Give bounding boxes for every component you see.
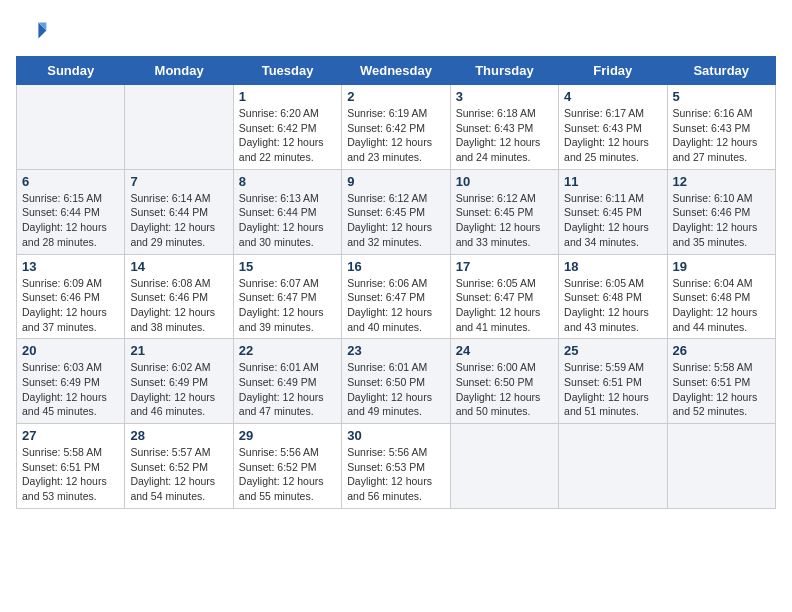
day-number: 2 [347, 89, 444, 104]
day-number: 21 [130, 343, 227, 358]
day-number: 25 [564, 343, 661, 358]
calendar-cell [17, 85, 125, 170]
day-number: 8 [239, 174, 336, 189]
calendar-header-row: SundayMondayTuesdayWednesdayThursdayFrid… [17, 57, 776, 85]
day-number: 7 [130, 174, 227, 189]
day-info: Sunrise: 6:16 AMSunset: 6:43 PMDaylight:… [673, 106, 770, 165]
calendar-cell: 30Sunrise: 5:56 AMSunset: 6:53 PMDayligh… [342, 424, 450, 509]
day-info: Sunrise: 6:01 AMSunset: 6:49 PMDaylight:… [239, 360, 336, 419]
day-number: 11 [564, 174, 661, 189]
calendar-week-row: 13Sunrise: 6:09 AMSunset: 6:46 PMDayligh… [17, 254, 776, 339]
calendar-cell: 23Sunrise: 6:01 AMSunset: 6:50 PMDayligh… [342, 339, 450, 424]
calendar-cell: 26Sunrise: 5:58 AMSunset: 6:51 PMDayligh… [667, 339, 775, 424]
calendar-cell: 15Sunrise: 6:07 AMSunset: 6:47 PMDayligh… [233, 254, 341, 339]
calendar-cell: 5Sunrise: 6:16 AMSunset: 6:43 PMDaylight… [667, 85, 775, 170]
calendar-cell: 27Sunrise: 5:58 AMSunset: 6:51 PMDayligh… [17, 424, 125, 509]
day-info: Sunrise: 6:17 AMSunset: 6:43 PMDaylight:… [564, 106, 661, 165]
day-info: Sunrise: 6:15 AMSunset: 6:44 PMDaylight:… [22, 191, 119, 250]
day-info: Sunrise: 6:02 AMSunset: 6:49 PMDaylight:… [130, 360, 227, 419]
calendar-cell: 28Sunrise: 5:57 AMSunset: 6:52 PMDayligh… [125, 424, 233, 509]
calendar-cell: 9Sunrise: 6:12 AMSunset: 6:45 PMDaylight… [342, 169, 450, 254]
day-info: Sunrise: 6:20 AMSunset: 6:42 PMDaylight:… [239, 106, 336, 165]
day-number: 18 [564, 259, 661, 274]
day-info: Sunrise: 6:01 AMSunset: 6:50 PMDaylight:… [347, 360, 444, 419]
calendar-cell: 24Sunrise: 6:00 AMSunset: 6:50 PMDayligh… [450, 339, 558, 424]
day-header-tuesday: Tuesday [233, 57, 341, 85]
day-header-saturday: Saturday [667, 57, 775, 85]
calendar-cell: 1Sunrise: 6:20 AMSunset: 6:42 PMDaylight… [233, 85, 341, 170]
day-number: 13 [22, 259, 119, 274]
day-number: 28 [130, 428, 227, 443]
calendar-cell: 20Sunrise: 6:03 AMSunset: 6:49 PMDayligh… [17, 339, 125, 424]
day-info: Sunrise: 6:05 AMSunset: 6:48 PMDaylight:… [564, 276, 661, 335]
day-info: Sunrise: 6:04 AMSunset: 6:48 PMDaylight:… [673, 276, 770, 335]
calendar-week-row: 20Sunrise: 6:03 AMSunset: 6:49 PMDayligh… [17, 339, 776, 424]
day-info: Sunrise: 5:56 AMSunset: 6:52 PMDaylight:… [239, 445, 336, 504]
day-info: Sunrise: 6:18 AMSunset: 6:43 PMDaylight:… [456, 106, 553, 165]
calendar-cell: 3Sunrise: 6:18 AMSunset: 6:43 PMDaylight… [450, 85, 558, 170]
day-info: Sunrise: 5:59 AMSunset: 6:51 PMDaylight:… [564, 360, 661, 419]
day-info: Sunrise: 5:58 AMSunset: 6:51 PMDaylight:… [673, 360, 770, 419]
calendar-cell: 10Sunrise: 6:12 AMSunset: 6:45 PMDayligh… [450, 169, 558, 254]
day-header-friday: Friday [559, 57, 667, 85]
day-number: 9 [347, 174, 444, 189]
calendar-cell: 4Sunrise: 6:17 AMSunset: 6:43 PMDaylight… [559, 85, 667, 170]
day-info: Sunrise: 6:12 AMSunset: 6:45 PMDaylight:… [456, 191, 553, 250]
calendar-cell [450, 424, 558, 509]
day-info: Sunrise: 6:12 AMSunset: 6:45 PMDaylight:… [347, 191, 444, 250]
day-number: 29 [239, 428, 336, 443]
day-number: 12 [673, 174, 770, 189]
calendar-cell [125, 85, 233, 170]
calendar-cell: 22Sunrise: 6:01 AMSunset: 6:49 PMDayligh… [233, 339, 341, 424]
calendar-cell: 6Sunrise: 6:15 AMSunset: 6:44 PMDaylight… [17, 169, 125, 254]
day-info: Sunrise: 6:05 AMSunset: 6:47 PMDaylight:… [456, 276, 553, 335]
day-number: 20 [22, 343, 119, 358]
calendar-cell: 2Sunrise: 6:19 AMSunset: 6:42 PMDaylight… [342, 85, 450, 170]
day-info: Sunrise: 6:06 AMSunset: 6:47 PMDaylight:… [347, 276, 444, 335]
day-number: 4 [564, 89, 661, 104]
calendar-week-row: 6Sunrise: 6:15 AMSunset: 6:44 PMDaylight… [17, 169, 776, 254]
calendar-cell: 16Sunrise: 6:06 AMSunset: 6:47 PMDayligh… [342, 254, 450, 339]
day-number: 15 [239, 259, 336, 274]
calendar-cell: 29Sunrise: 5:56 AMSunset: 6:52 PMDayligh… [233, 424, 341, 509]
day-header-wednesday: Wednesday [342, 57, 450, 85]
day-info: Sunrise: 6:08 AMSunset: 6:46 PMDaylight:… [130, 276, 227, 335]
day-number: 6 [22, 174, 119, 189]
calendar-cell: 21Sunrise: 6:02 AMSunset: 6:49 PMDayligh… [125, 339, 233, 424]
day-number: 24 [456, 343, 553, 358]
day-number: 22 [239, 343, 336, 358]
day-number: 17 [456, 259, 553, 274]
day-number: 23 [347, 343, 444, 358]
day-number: 26 [673, 343, 770, 358]
calendar-cell [559, 424, 667, 509]
day-info: Sunrise: 6:03 AMSunset: 6:49 PMDaylight:… [22, 360, 119, 419]
day-number: 30 [347, 428, 444, 443]
day-info: Sunrise: 6:10 AMSunset: 6:46 PMDaylight:… [673, 191, 770, 250]
day-number: 3 [456, 89, 553, 104]
calendar-table: SundayMondayTuesdayWednesdayThursdayFrid… [16, 56, 776, 509]
day-header-thursday: Thursday [450, 57, 558, 85]
calendar-cell: 11Sunrise: 6:11 AMSunset: 6:45 PMDayligh… [559, 169, 667, 254]
day-number: 27 [22, 428, 119, 443]
day-info: Sunrise: 6:19 AMSunset: 6:42 PMDaylight:… [347, 106, 444, 165]
day-number: 19 [673, 259, 770, 274]
day-info: Sunrise: 5:56 AMSunset: 6:53 PMDaylight:… [347, 445, 444, 504]
logo-icon [16, 16, 48, 48]
calendar-cell: 25Sunrise: 5:59 AMSunset: 6:51 PMDayligh… [559, 339, 667, 424]
day-header-monday: Monday [125, 57, 233, 85]
calendar-cell: 8Sunrise: 6:13 AMSunset: 6:44 PMDaylight… [233, 169, 341, 254]
day-info: Sunrise: 5:57 AMSunset: 6:52 PMDaylight:… [130, 445, 227, 504]
calendar-cell: 13Sunrise: 6:09 AMSunset: 6:46 PMDayligh… [17, 254, 125, 339]
calendar-cell: 18Sunrise: 6:05 AMSunset: 6:48 PMDayligh… [559, 254, 667, 339]
header [16, 16, 776, 48]
day-number: 5 [673, 89, 770, 104]
day-info: Sunrise: 6:07 AMSunset: 6:47 PMDaylight:… [239, 276, 336, 335]
calendar-cell: 14Sunrise: 6:08 AMSunset: 6:46 PMDayligh… [125, 254, 233, 339]
logo [16, 16, 52, 48]
day-number: 10 [456, 174, 553, 189]
day-info: Sunrise: 6:14 AMSunset: 6:44 PMDaylight:… [130, 191, 227, 250]
day-number: 16 [347, 259, 444, 274]
day-header-sunday: Sunday [17, 57, 125, 85]
day-info: Sunrise: 5:58 AMSunset: 6:51 PMDaylight:… [22, 445, 119, 504]
day-info: Sunrise: 6:09 AMSunset: 6:46 PMDaylight:… [22, 276, 119, 335]
